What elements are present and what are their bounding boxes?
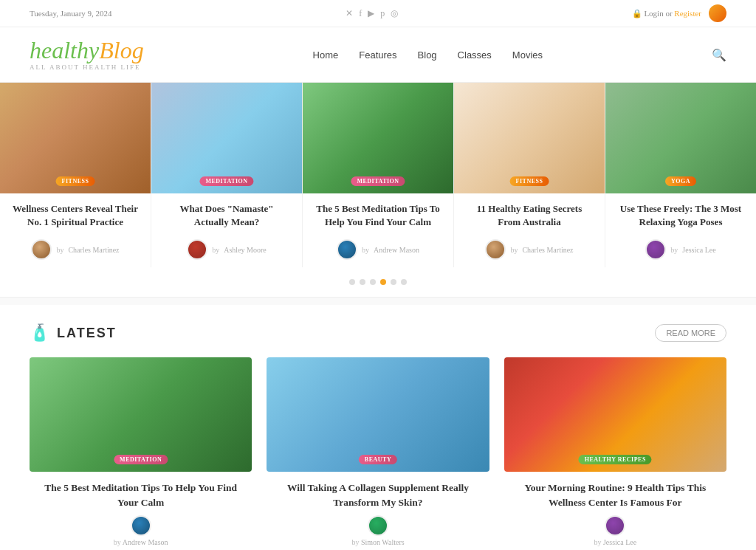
logo-blog: Blog [99,37,143,63]
slider-card-5-author: Jessica Lee [682,246,715,254]
main-nav: Home Features Blog Classes Movies [313,49,543,61]
slider-card-1-content: Wellness Centers Reveal Their No. 1 Spir… [0,193,151,267]
slider-card-2-category: MEDITATION [199,176,253,186]
user-avatar-top[interactable] [709,4,726,22]
latest-card-3-avatar [605,515,625,536]
slider-card-1-author: Charles Martinez [68,246,119,254]
slider-card-2-author-row: by Ashley Moore [162,239,291,260]
slider-card-4-author: Charles Martinez [522,246,573,254]
slider-card-2-content: What Does "Namaste" Actually Mean? by As… [151,193,302,267]
facebook-icon[interactable]: f [359,8,362,19]
slider-card-3-author-row: by Andrew Mason [314,239,442,260]
slider-card-1-avatar [31,239,52,260]
top-bar-right: 🔒 Login or Register [632,4,726,22]
latest-card-1[interactable]: MEDITATION The 5 Best Meditation Tips To… [30,357,252,550]
top-bar-date: Tuesday, January 9, 2024 [30,9,112,18]
latest-card-2[interactable]: BEAUTY Will Taking A Collagen Supplement… [267,357,489,550]
latest-card-2-avatar [368,515,388,536]
slider-card-3-category: MEDITATION [351,176,405,186]
slider-card-3-image: MEDITATION [303,83,453,193]
latest-cards: MEDITATION The 5 Best Meditation Tips To… [30,357,726,550]
twitter-icon[interactable]: ✕ [346,8,353,19]
latest-card-3-author: by Jessica Lee [594,538,636,546]
logo-healthy: healthy [30,37,99,63]
slider-card-4[interactable]: FITNESS 11 Healthy Eating Secrets From A… [454,83,605,267]
nav-movies[interactable]: Movies [512,49,543,61]
slider-card-4-author-row: by Charles Martinez [465,239,594,260]
latest-title-group: 🧴 LATEST [30,323,117,343]
latest-card-3[interactable]: HEALTHY RECIPES Your Morning Routine: 9 … [504,357,726,550]
latest-card-1-category: MEDITATION [114,455,168,464]
slider-card-4-image: FITNESS [454,83,605,193]
latest-card-1-author: by Andrew Mason [114,538,168,546]
dot-3[interactable] [370,279,376,285]
slider-card-3-author: Andrew Mason [374,246,419,254]
top-bar: Tuesday, January 9, 2024 ✕ f ▶ p ◎ 🔒 Log… [0,0,756,27]
slider-card-5-title: Use These Freely: The 3 Most Relaxing Yo… [616,202,745,232]
slider-card-1-image: FITNESS [0,83,151,193]
login-link[interactable]: 🔒 Login or Register [632,9,701,18]
latest-card-1-title: The 5 Best Meditation Tips To Help You F… [33,481,248,509]
youtube-icon[interactable]: ▶ [368,8,374,19]
nav-features[interactable]: Features [359,49,396,61]
slider-card-2-avatar [187,239,207,260]
slider-card-2[interactable]: MEDITATION What Does "Namaste" Actually … [151,83,303,267]
slider-section: FITNESS Wellness Centers Reveal Their No… [0,83,756,298]
slider-card-2-image: MEDITATION [151,83,302,193]
bottle-icon: 🧴 [30,323,49,343]
nav-blog[interactable]: Blog [418,49,437,61]
social-icons: ✕ f ▶ p ◎ [346,8,398,19]
instagram-icon[interactable]: ◎ [391,8,398,19]
latest-card-2-author-row: by Simon Walters June 7, 2017 [270,515,485,550]
slider-card-1-category: FITNESS [56,176,95,186]
dot-1[interactable] [349,279,355,285]
dot-2[interactable] [360,279,365,285]
slider-cards: FITNESS Wellness Centers Reveal Their No… [0,83,756,267]
dot-5[interactable] [391,279,396,285]
latest-header: 🧴 LATEST READ MORE [30,323,726,343]
slider-card-4-content: 11 Healthy Eating Secrets From Australia… [454,193,605,267]
pinterest-icon[interactable]: p [380,8,385,19]
logo-text: healthyBlog [30,38,144,62]
slider-card-5-category: YOGA [665,176,696,186]
latest-card-3-author-row: by Jessica Lee June 6, 2017 [508,515,723,550]
slider-card-5-avatar [645,239,666,260]
latest-card-2-image: BEAUTY [267,357,489,472]
header: healthyBlog ALL ABOUT HEALTH LIFE Home F… [0,27,756,83]
dot-4-active[interactable] [380,279,386,285]
nav-classes[interactable]: Classes [458,49,492,61]
logo-tagline: ALL ABOUT HEALTH LIFE [30,63,140,71]
slider-card-5[interactable]: YOGA Use These Freely: The 3 Most Relaxi… [605,83,756,267]
slider-card-5-content: Use These Freely: The 3 Most Relaxing Yo… [605,193,756,267]
slider-card-5-author-row: by Jessica Lee [616,239,745,260]
latest-card-2-content: Will Taking A Collagen Supplement Really… [267,472,489,550]
slider-card-4-category: FITNESS [510,176,549,186]
slider-card-4-avatar [485,239,506,260]
slider-card-2-title: What Does "Namaste" Actually Mean? [162,202,291,232]
slider-card-1-author-row: by Charles Martinez [11,239,140,260]
read-more-button[interactable]: READ MORE [655,324,726,342]
slider-card-3[interactable]: MEDITATION The 5 Best Meditation Tips To… [303,83,454,267]
latest-card-1-author-row: by Andrew Mason June 8, 2017 [33,515,248,550]
latest-card-1-content: The 5 Best Meditation Tips To Help You F… [30,472,252,550]
slider-card-1-title: Wellness Centers Reveal Their No. 1 Spir… [11,202,140,232]
latest-card-2-category: BEAUTY [359,455,397,464]
latest-title: LATEST [57,326,117,341]
latest-card-3-content: Your Morning Routine: 9 Health Tips This… [504,472,726,550]
latest-card-3-category: HEALTHY RECIPES [579,455,652,464]
latest-card-2-title: Will Taking A Collagen Supplement Really… [270,481,485,509]
slider-card-3-avatar [337,239,357,260]
latest-card-1-image: MEDITATION [30,357,252,472]
slider-card-1[interactable]: FITNESS Wellness Centers Reveal Their No… [0,83,151,267]
slider-pagination [0,267,756,298]
nav-home[interactable]: Home [313,49,339,61]
dot-6[interactable] [401,279,407,285]
latest-card-3-title: Your Morning Routine: 9 Health Tips This… [508,481,723,509]
slider-card-3-title: The 5 Best Meditation Tips To Help You F… [314,202,442,232]
latest-card-2-author: by Simon Walters [351,538,404,546]
latest-card-1-avatar [131,515,151,536]
logo[interactable]: healthyBlog ALL ABOUT HEALTH LIFE [30,38,144,71]
slider-card-5-image: YOGA [605,83,756,193]
latest-section: 🧴 LATEST READ MORE MEDITATION The 5 Best… [0,305,756,550]
search-button[interactable]: 🔍 [712,48,726,62]
